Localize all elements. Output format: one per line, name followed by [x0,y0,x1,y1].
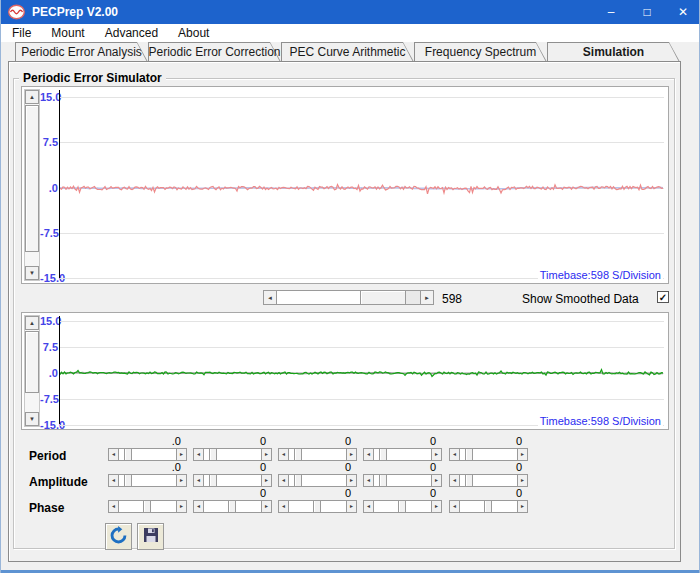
slider-value: 0 [449,487,522,499]
tab-pec-curve-arithmetic[interactable]: PEC Curve Arithmetic [281,42,414,62]
slider-thumb[interactable] [484,500,492,513]
scroll-right-icon[interactable]: ► [176,474,187,487]
slider-thumb[interactable] [465,474,473,487]
scroll-down-icon[interactable]: ▼ [25,412,39,426]
tab-periodic-error-analysis[interactable]: Periodic Error Analysis [15,42,148,62]
menu-bar: FileMountAdvancedAbout [1,24,700,42]
slider-value: 0 [193,461,266,473]
tab-frequency-spectrum[interactable]: Frequency Spectrum [414,42,547,62]
scroll-left-icon[interactable]: ◄ [108,448,119,461]
slider-thumb[interactable] [209,448,217,461]
scroll-left-icon[interactable]: ◄ [363,500,374,513]
scroll-left-icon[interactable]: ◄ [278,474,289,487]
window-controls: – □ ✕ [593,0,700,24]
scroll-right-icon[interactable]: ► [261,448,272,461]
slider-phase-1[interactable]: ◄► [108,500,187,513]
slider-thumb[interactable] [124,448,132,461]
y-axis-tick-label: -15.0 [40,419,58,431]
tab-label: Periodic Error Correction [148,42,281,62]
waveform-plot [60,315,664,427]
scroll-left-icon[interactable]: ◄ [278,448,289,461]
scroll-right-icon[interactable]: ► [517,448,528,461]
maximize-icon[interactable]: □ [629,0,665,24]
tab-label: Periodic Error Analysis [15,42,148,62]
slider-row-label-period: Period [29,449,66,463]
slider-phase-4[interactable]: ◄► [363,500,442,513]
scrollbar-thumb[interactable] [25,105,39,252]
slider-thumb[interactable] [143,500,151,513]
menu-item-file[interactable]: File [9,25,34,41]
scroll-right-icon[interactable]: ► [346,448,357,461]
slider-amplitude-5[interactable]: ◄► [449,474,528,487]
scroll-left-icon[interactable]: ◄ [193,448,204,461]
scroll-left-icon[interactable]: ◄ [363,448,374,461]
slider-phase-5[interactable]: ◄► [449,500,528,513]
slider-amplitude-2[interactable]: ◄► [193,474,272,487]
slider-amplitude-4[interactable]: ◄► [363,474,442,487]
slider-thumb[interactable] [313,500,321,513]
scroll-left-icon[interactable]: ◄ [449,448,460,461]
slider-thumb[interactable] [379,448,387,461]
scroll-down-icon[interactable]: ▼ [25,266,39,280]
slider-period-3[interactable]: ◄► [278,448,357,461]
close-icon[interactable]: ✕ [665,0,700,24]
slider-amplitude-3[interactable]: ◄► [278,474,357,487]
scroll-left-icon[interactable]: ◄ [193,474,204,487]
scroll-right-icon[interactable]: ► [261,474,272,487]
scroll-up-icon[interactable]: ▲ [25,316,39,330]
scroll-right-icon[interactable]: ► [176,448,187,461]
y-axis-tick-label: 15.0 [40,91,58,103]
save-button[interactable] [137,523,164,550]
chart-vertical-scrollbar[interactable]: ▲▼ [24,315,40,427]
scroll-left-icon[interactable]: ◄ [449,474,460,487]
chart-vertical-scrollbar[interactable]: ▲▼ [24,89,40,281]
scroll-right-icon[interactable]: ► [420,290,434,305]
scroll-left-icon[interactable]: ◄ [363,474,374,487]
timebase-scrollbar[interactable]: ◄► [263,290,434,305]
slider-amplitude-1[interactable]: ◄► [108,474,187,487]
scroll-right-icon[interactable]: ► [261,500,272,513]
scroll-left-icon[interactable]: ◄ [108,500,119,513]
tab-strip: Periodic Error AnalysisPeriodic Error Co… [15,42,680,62]
slider-phase-3[interactable]: ◄► [278,500,357,513]
slider-thumb[interactable] [228,500,236,513]
tab-periodic-error-correction[interactable]: Periodic Error Correction [148,42,281,62]
scroll-up-icon[interactable]: ▲ [25,90,39,104]
slider-row-label-amplitude: Amplitude [29,475,88,489]
scrollbar-thumb[interactable] [25,331,39,393]
scroll-right-icon[interactable]: ► [431,474,442,487]
show-smoothed-checkbox[interactable]: ✓ [657,291,669,303]
slider-period-1[interactable]: ◄► [108,448,187,461]
slider-thumb[interactable] [294,448,302,461]
scroll-right-icon[interactable]: ► [346,474,357,487]
slider-thumb[interactable] [398,500,406,513]
slider-thumb[interactable] [294,474,302,487]
scroll-right-icon[interactable]: ► [176,500,187,513]
menu-item-about[interactable]: About [175,25,212,41]
slider-phase-2[interactable]: ◄► [193,500,272,513]
scroll-right-icon[interactable]: ► [431,500,442,513]
scroll-right-icon[interactable]: ► [346,500,357,513]
scroll-left-icon[interactable]: ◄ [263,290,277,305]
slider-period-2[interactable]: ◄► [193,448,272,461]
scroll-left-icon[interactable]: ◄ [108,474,119,487]
scroll-right-icon[interactable]: ► [517,500,528,513]
menu-item-advanced[interactable]: Advanced [102,25,161,41]
slider-thumb[interactable] [209,474,217,487]
slider-period-5[interactable]: ◄► [449,448,528,461]
menu-item-mount[interactable]: Mount [48,25,87,41]
scrollbar-thumb[interactable] [360,290,406,305]
refresh-button[interactable] [105,523,132,550]
scroll-left-icon[interactable]: ◄ [449,500,460,513]
slider-thumb[interactable] [124,474,132,487]
scroll-left-icon[interactable]: ◄ [193,500,204,513]
minimize-icon[interactable]: – [593,0,629,24]
tab-simulation[interactable]: Simulation [547,42,680,62]
scroll-left-icon[interactable]: ◄ [278,500,289,513]
slider-thumb[interactable] [379,474,387,487]
slider-period-4[interactable]: ◄► [363,448,442,461]
scroll-right-icon[interactable]: ► [517,474,528,487]
slider-value: .0 [108,435,181,447]
scroll-right-icon[interactable]: ► [431,448,442,461]
slider-thumb[interactable] [465,448,473,461]
